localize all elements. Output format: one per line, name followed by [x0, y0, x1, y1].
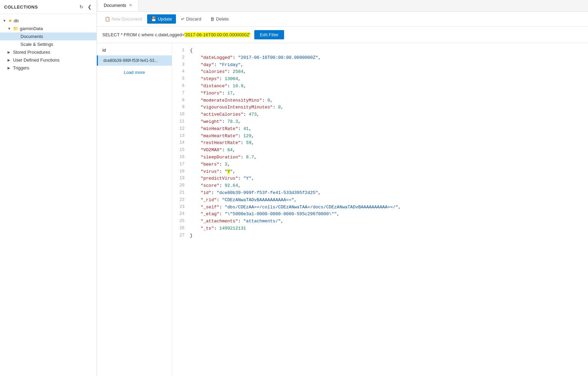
- delete-label: Delete: [216, 16, 229, 22]
- line-content: "floors": 17,: [190, 90, 583, 97]
- line-content: "dateLogged": "2017-06-16T00:00:00.00000…: [190, 54, 583, 62]
- line-number: 21: [178, 190, 190, 197]
- line-number: 18: [178, 168, 190, 176]
- json-line: 24 "_etag": "\"5000e3a1-0000-0000-0000-5…: [178, 211, 583, 218]
- tree-arrow-db: ▼: [3, 19, 8, 23]
- line-content: "restHeartRate": 59,: [190, 140, 583, 147]
- json-line: 23 "_self": "dbs/CDEzAA==/colls/CDEzANwa…: [178, 204, 583, 211]
- new-document-button[interactable]: 📋 New Document: [101, 14, 146, 24]
- json-line: 18 "virus": "Y",: [178, 168, 583, 176]
- delete-icon: 🗑: [210, 16, 215, 22]
- line-number: 5: [178, 76, 190, 83]
- refresh-button[interactable]: ↻: [79, 3, 84, 10]
- update-icon: 💾: [151, 16, 156, 22]
- json-line: 25 "_attachments": "attachments/",: [178, 218, 583, 225]
- line-number: 25: [178, 218, 190, 225]
- docs-list-header: id: [97, 46, 172, 55]
- sidebar-item-garminData[interactable]: ▼ 📁 garminData: [0, 25, 97, 33]
- json-line: 15 "VO2MAX": 64,: [178, 147, 583, 154]
- list-item[interactable]: dce80b39-999f-f53f-fe41-53...: [97, 55, 172, 66]
- db-icon: ★: [8, 18, 12, 23]
- json-line: 4 "calories": 2584,: [178, 68, 583, 76]
- line-number: 20: [178, 182, 190, 190]
- json-line: 10 "activeCalories": 473,: [178, 111, 583, 118]
- json-line: 22 "_rid": "CDEzANwaTADvBAAAAAAAAAA==",: [178, 197, 583, 204]
- tree-arrow-garminData: ▼: [8, 27, 12, 30]
- line-number: 17: [178, 161, 190, 168]
- sidebar-item-stored-procedures[interactable]: ▶ Stored Procedures: [0, 48, 97, 56]
- discard-icon: ↵: [181, 16, 185, 22]
- filter-query-value: '2017-06-16T00:00:00.0000000Z': [184, 32, 250, 37]
- line-number: 3: [178, 62, 190, 69]
- tab-documents[interactable]: Documents ✕: [98, 0, 139, 11]
- line-content: "_attachments": "attachments/",: [190, 218, 583, 225]
- line-content: "_etag": "\"5000e3a1-0000-0000-0000-595c…: [190, 211, 583, 218]
- line-number: 24: [178, 211, 190, 218]
- update-button[interactable]: 💾 Update: [147, 14, 176, 24]
- sidebar-item-udf-label: User Defined Functions: [13, 57, 60, 63]
- line-content: }: [190, 232, 583, 239]
- json-line: 3 "day": "Friday",: [178, 62, 583, 69]
- json-line: 16 "sleepDuration": 8.7,: [178, 154, 583, 161]
- line-number: 19: [178, 175, 190, 182]
- refresh-icon: ↻: [79, 4, 84, 10]
- filter-bar: SELECT * FROM c where c.dateLogged='2017…: [97, 27, 588, 43]
- sidebar-item-documents[interactable]: Documents: [0, 33, 97, 40]
- line-number: 26: [178, 225, 190, 232]
- tabs-bar: Documents ✕: [97, 0, 588, 12]
- line-number: 27: [178, 232, 190, 239]
- line-number: 14: [178, 140, 190, 147]
- sidebar-item-scale-label: Scale & Settings: [21, 42, 53, 47]
- json-line: 6 "distance": 10.9,: [178, 83, 583, 90]
- json-line: 1{: [178, 47, 583, 54]
- json-line: 14 "restHeartRate": 59,: [178, 140, 583, 147]
- json-line: 17 "beers": 3,: [178, 161, 583, 168]
- folder-icon: 📁: [13, 26, 18, 31]
- line-content: "vigourousIntensityMinutes": 0,: [190, 104, 583, 111]
- line-content: "maxHeartRate": 129,: [190, 133, 583, 140]
- sidebar-item-scale[interactable]: Scale & Settings: [0, 40, 97, 48]
- sidebar-item-db[interactable]: ▼ ★ db: [0, 17, 97, 25]
- line-content: "virus": "Y",: [190, 168, 583, 176]
- tab-close-button[interactable]: ✕: [128, 3, 133, 7]
- line-number: 1: [178, 47, 190, 54]
- line-content: "_self": "dbs/CDEzAA==/colls/CDEzANwaTAA…: [190, 204, 583, 211]
- update-label: Update: [158, 16, 172, 22]
- line-number: 11: [178, 118, 190, 126]
- sidebar-item-triggers[interactable]: ▶ Triggers: [0, 64, 97, 72]
- line-number: 16: [178, 154, 190, 161]
- sidebar-item-udf[interactable]: ▶ User Defined Functions: [0, 56, 97, 64]
- discard-button[interactable]: ↵ Discard: [177, 14, 205, 24]
- line-number: 23: [178, 204, 190, 211]
- toolbar: 📋 New Document 💾 Update ↵ Discard 🗑 Dele…: [97, 12, 588, 27]
- line-number: 7: [178, 90, 190, 97]
- line-content: "activeCalories": 473,: [190, 111, 583, 118]
- sidebar-item-garmindata-label: garminData: [20, 26, 43, 31]
- collapse-sidebar-button[interactable]: ❮: [87, 3, 92, 10]
- line-number: 12: [178, 126, 190, 133]
- line-content: "calories": 2584,: [190, 68, 583, 76]
- json-line: 27}: [178, 232, 583, 239]
- delete-button[interactable]: 🗑 Delete: [206, 14, 233, 24]
- line-content: "sleepDuration": 8.7,: [190, 154, 583, 161]
- filter-query-prefix: SELECT * FROM c where c.dateLogged=: [102, 32, 184, 37]
- sidebar-tree: ▼ ★ db ▼ 📁 garminData Documents Scale & …: [0, 14, 97, 376]
- sidebar-item-stored-label: Stored Procedures: [13, 50, 50, 55]
- sidebar: COLLECTIONS ↻ ❮ ▼ ★ db ▼ 📁 garminData Do…: [0, 0, 97, 376]
- line-number: 8: [178, 97, 190, 104]
- json-line: 8 "moderateIntensityMins": 0,: [178, 97, 583, 104]
- line-content: "predictVirus": "Y",: [190, 175, 583, 182]
- edit-filter-button[interactable]: Edit Filter: [254, 30, 284, 39]
- line-content: "VO2MAX": 64,: [190, 147, 583, 154]
- json-editor[interactable]: 1{2 "dateLogged": "2017-06-16T00:00:00.0…: [172, 43, 588, 376]
- load-more-button[interactable]: Load more: [97, 67, 172, 78]
- json-line: 7 "floors": 17,: [178, 90, 583, 97]
- json-line: 5 "steps": 13004,: [178, 76, 583, 83]
- json-line: 9 "vigourousIntensityMinutes": 0,: [178, 104, 583, 111]
- json-line: 2 "dateLogged": "2017-06-16T00:00:00.000…: [178, 54, 583, 62]
- json-line: 19 "predictVirus": "Y",: [178, 175, 583, 182]
- line-content: "day": "Friday",: [190, 62, 583, 69]
- tree-arrow-triggers: ▶: [8, 66, 12, 70]
- sidebar-item-triggers-label: Triggers: [13, 65, 29, 70]
- new-document-icon: 📋: [105, 16, 110, 22]
